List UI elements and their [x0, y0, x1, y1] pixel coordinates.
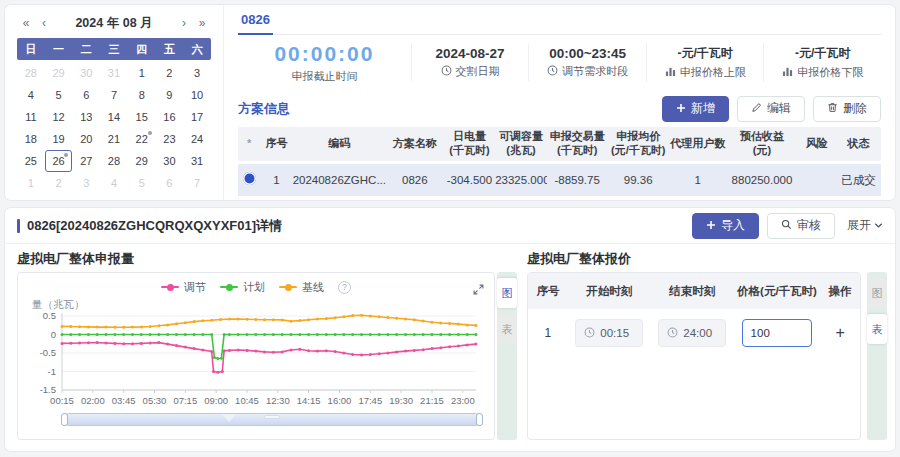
start-time-picker[interactable]: 00:15	[575, 319, 643, 347]
weekday-label: 五	[156, 42, 184, 57]
calendar-day[interactable]: 30	[72, 62, 100, 84]
prev-year-button[interactable]: «	[17, 16, 35, 30]
calendar-day[interactable]: 17	[183, 106, 211, 128]
stat-label: 申报截止时间	[291, 69, 357, 84]
detail-card: 0826[20240826ZGHCQRQXQXYXF01]详情 导入 审核 展开…	[4, 207, 896, 452]
legend-item-调节[interactable]: 调节	[161, 280, 206, 295]
legend-item-基线[interactable]: 基线	[279, 280, 324, 295]
calendar-day[interactable]: 4	[100, 172, 128, 194]
calendar-day[interactable]: 9	[156, 84, 184, 106]
cell-agent-count: 1	[669, 173, 727, 187]
view-tab-chart[interactable]: 图	[867, 278, 887, 308]
datazoom-left-handle[interactable]	[61, 413, 68, 426]
calendar-day[interactable]: 7	[100, 84, 128, 106]
calendar-day[interactable]: 14	[100, 106, 128, 128]
row-radio-selected[interactable]	[243, 172, 256, 185]
plan-table-header: *序号编码方案名称日电量(千瓦时)可调容量(兆瓦)申报交易量(千瓦时)申报均价(…	[238, 127, 881, 161]
datazoom-right-handle[interactable]	[476, 413, 483, 426]
column-header-agent-count: 代理用户数	[669, 137, 727, 151]
cell-code: 20240826ZGHC...	[293, 173, 386, 187]
calendar-day[interactable]: 15	[128, 106, 156, 128]
plus-icon	[676, 102, 686, 116]
svg-text:05:30: 05:30	[143, 395, 167, 406]
calendar-day[interactable]: 20	[72, 128, 100, 150]
next-month-button[interactable]: ›	[175, 16, 193, 30]
cell-adjustable-capacity: 23325.000	[495, 173, 546, 187]
review-button[interactable]: 审核	[767, 213, 835, 239]
table-row[interactable]: 120240826ZGHC...0826-304.50023325.000-88…	[238, 164, 881, 196]
calendar-day[interactable]: 6	[72, 84, 100, 106]
calendar-day[interactable]: 11	[17, 106, 45, 128]
column-header-avg-price: 申报均价(元/千瓦时)	[608, 130, 669, 158]
plan-action-buttons: 新增 编辑 删除	[662, 96, 881, 122]
svg-text:-0.5: -0.5	[40, 347, 56, 358]
edit-button[interactable]: 编辑	[737, 96, 805, 122]
calendar-day[interactable]: 7	[183, 172, 211, 194]
import-button[interactable]: 导入	[692, 213, 759, 239]
calendar-day[interactable]: 31	[183, 150, 211, 172]
add-row-button[interactable]: +	[835, 324, 844, 341]
fullscreen-icon[interactable]	[473, 281, 484, 299]
calendar-day[interactable]: 5	[128, 172, 156, 194]
calendar-day[interactable]: 1	[17, 172, 45, 194]
calendar-day[interactable]: 30	[156, 150, 184, 172]
next-year-button[interactable]: »	[193, 16, 211, 30]
calendar-day[interactable]: 27	[72, 150, 100, 172]
calendar-day[interactable]: 10	[183, 84, 211, 106]
calendar-day[interactable]: 5	[45, 84, 73, 106]
calendar-day[interactable]: 12	[45, 106, 73, 128]
price-input[interactable]	[742, 319, 813, 347]
calendar-day[interactable]: 13	[72, 106, 100, 128]
quote-column-header: 价格(元/千瓦时)	[734, 284, 820, 299]
legend-item-计划[interactable]: 计划	[220, 280, 265, 295]
calendar-day[interactable]: 3	[72, 172, 100, 194]
calendar-day[interactable]: 4	[17, 84, 45, 106]
calendar-day[interactable]: 31	[100, 62, 128, 84]
calendar-day[interactable]: 3	[183, 62, 211, 84]
calendar-day[interactable]: 6	[156, 172, 184, 194]
svg-text:09:00: 09:00	[204, 395, 228, 406]
end-time-picker[interactable]: 24:00	[658, 319, 726, 347]
datazoom-slider[interactable]	[62, 413, 482, 426]
calendar-day[interactable]: 2	[45, 172, 73, 194]
stat-value: -元/千瓦时	[649, 45, 762, 62]
stat-price-lower-limit: -元/千瓦时 申报价格下限	[763, 43, 881, 82]
detail-body: 虚拟电厂整体申报量 调节计划基线? 量（兆瓦） 0.50-0.5-1-1.500…	[5, 244, 895, 440]
view-tab-chart[interactable]: 图	[497, 278, 517, 308]
calendar-day[interactable]: 29	[45, 62, 73, 84]
calendar-day[interactable]: 25	[17, 150, 45, 172]
expand-toggle[interactable]: 展开	[847, 217, 883, 234]
delete-button[interactable]: 删除	[813, 96, 881, 122]
calendar-day[interactable]: 29	[128, 150, 156, 172]
quote-table-header: 序号开始时刻结束时刻价格(元/千瓦时)操作	[528, 273, 860, 309]
legend-marker	[161, 286, 179, 288]
add-button[interactable]: 新增	[662, 96, 729, 122]
calendar-day[interactable]: 28	[100, 150, 128, 172]
calendar-day[interactable]: 16	[156, 106, 184, 128]
chevron-down-icon	[874, 219, 883, 233]
bar-chart-icon	[782, 66, 793, 79]
calendar-day[interactable]: 18	[17, 128, 45, 150]
calendar-day[interactable]: 8	[128, 84, 156, 106]
column-header-adjustable-capacity: 可调容量(兆瓦)	[495, 130, 546, 158]
calendar-day[interactable]: 23	[156, 128, 184, 150]
calendar-day-selected[interactable]: 26	[45, 150, 73, 172]
datazoom-grip[interactable]	[264, 415, 280, 419]
calendar-day[interactable]: 21	[100, 128, 128, 150]
svg-text:0: 0	[51, 329, 56, 340]
calendar-day[interactable]: 19	[45, 128, 73, 150]
calendar-day[interactable]: 2	[156, 62, 184, 84]
tab-0826[interactable]: 0826	[238, 12, 273, 35]
view-tab-table[interactable]: 表	[497, 314, 517, 344]
calendar-day[interactable]: 24	[183, 128, 211, 150]
quote-section: 虚拟电厂整体报价 序号开始时刻结束时刻价格(元/千瓦时)操作 1 00:15 2…	[517, 250, 865, 440]
help-icon: ?	[338, 281, 351, 294]
prev-month-button[interactable]: ‹	[35, 16, 53, 30]
expand-toggle-label: 展开	[847, 217, 871, 234]
view-tab-table[interactable]: 表	[867, 314, 887, 344]
chart-table-toggle-left: 图表	[497, 272, 517, 440]
calendar-day[interactable]: 22	[128, 128, 156, 150]
calendar-day[interactable]: 1	[128, 62, 156, 84]
calendar-day[interactable]: 28	[17, 62, 45, 84]
calendar-title: 2024 年 08 月	[53, 15, 175, 32]
